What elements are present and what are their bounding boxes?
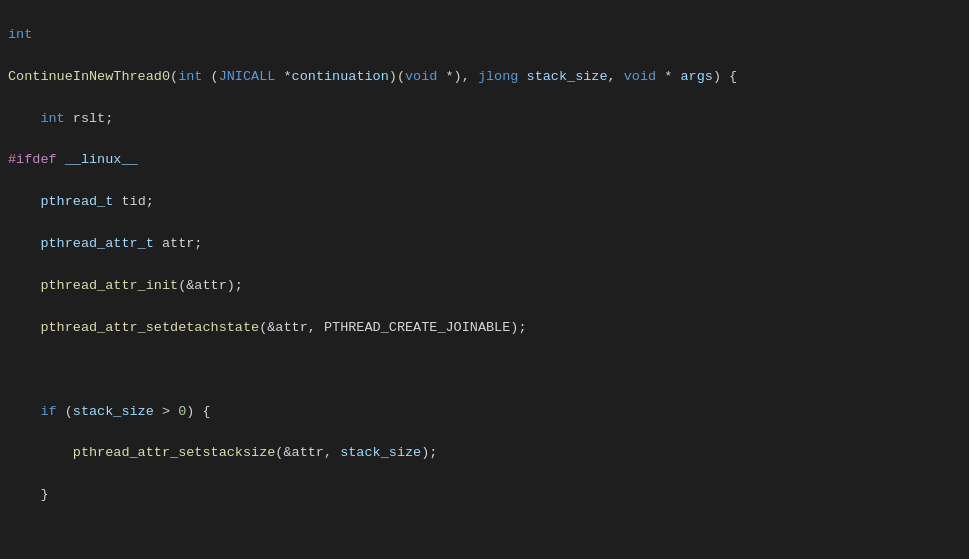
line-5: pthread_t tid; [8, 192, 961, 213]
line-1: int [8, 25, 961, 46]
line-4: #ifdef __linux__ [8, 150, 961, 171]
line-6: pthread_attr_t attr; [8, 234, 961, 255]
code-viewer: int ContinueInNewThread0(int (JNICALL *c… [0, 0, 969, 559]
line-2: ContinueInNewThread0(int (JNICALL *conti… [8, 67, 961, 88]
line-12: } [8, 485, 961, 506]
line-11: pthread_attr_setstacksize(&attr, stack_s… [8, 443, 961, 464]
line-7: pthread_attr_init(&attr); [8, 276, 961, 297]
line-9 [8, 360, 961, 381]
line-13 [8, 527, 961, 548]
fn-name: ContinueInNewThread0 [8, 69, 170, 84]
line-3: int rslt; [8, 109, 961, 130]
line-8: pthread_attr_setdetachstate(&attr, PTHRE… [8, 318, 961, 339]
line-10: if (stack_size > 0) { [8, 402, 961, 423]
keyword-int: int [8, 27, 32, 42]
